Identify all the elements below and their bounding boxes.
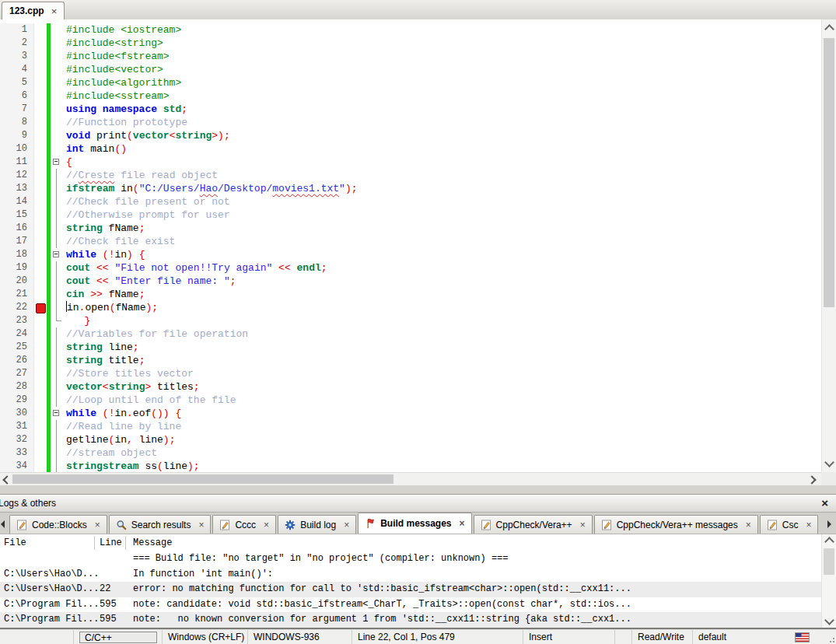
code-line: 5#include<algorithm> — [0, 76, 821, 89]
breakpoint-margin[interactable] — [34, 460, 47, 472]
breakpoint-margin[interactable] — [34, 169, 47, 182]
code-text: void print(vector<string>); — [63, 129, 230, 142]
breakpoint-margin[interactable] — [34, 341, 47, 354]
code-line: 20cout << "Enter file name: "; — [0, 275, 821, 288]
breakpoint-margin[interactable] — [34, 420, 47, 433]
close-icon[interactable]: × — [580, 520, 586, 530]
log-tab-cccc[interactable]: Cccc× — [212, 515, 276, 534]
breakpoint-margin[interactable] — [34, 116, 47, 129]
fold-margin — [51, 327, 63, 341]
line-number: 13 — [0, 182, 34, 195]
breakpoint-margin[interactable] — [34, 222, 47, 235]
scroll-down-icon[interactable] — [824, 615, 834, 625]
log-tab-build-messages[interactable]: Build messages× — [358, 513, 471, 534]
scroll-left-icon[interactable] — [2, 475, 11, 484]
log-tab-cppcheck-vera-[interactable]: CppCheck/Vera++× — [474, 515, 593, 534]
line-number: 25 — [0, 341, 34, 354]
breakpoint-margin[interactable] — [34, 394, 47, 407]
code-line: 27//Store titles vector — [0, 367, 821, 380]
column-header-line[interactable]: Line — [95, 536, 126, 550]
breakpoint-margin[interactable] — [34, 275, 47, 288]
breakpoint-margin[interactable] — [34, 89, 47, 103]
breakpoint-margin[interactable] — [34, 76, 47, 89]
breakpoint-margin[interactable] — [34, 129, 47, 142]
log-tab-label: Cccc — [235, 520, 256, 530]
close-icon[interactable]: × — [198, 520, 204, 530]
tabs-scroll-left-icon[interactable] — [0, 520, 5, 528]
close-icon[interactable]: × — [460, 518, 465, 529]
breakpoint-margin[interactable] — [34, 407, 47, 420]
build-message-row[interactable]: C:\Users\Hao\D...In function 'int main()… — [0, 567, 821, 583]
vertical-scroll-thumb[interactable] — [824, 548, 834, 575]
breakpoint-icon[interactable] — [36, 303, 46, 313]
breakpoint-margin[interactable] — [34, 37, 47, 50]
build-message-row[interactable]: C:\Users\Hao\D...22error: no matching fu… — [0, 582, 821, 597]
fold-collapse-icon[interactable] — [51, 156, 63, 169]
breakpoint-margin[interactable] — [34, 367, 47, 380]
build-messages-rows: === Build file: "no target" in "no proje… — [0, 551, 821, 628]
close-icon[interactable]: × — [821, 496, 828, 509]
breakpoint-margin[interactable] — [34, 327, 47, 341]
breakpoint-margin[interactable] — [34, 182, 47, 195]
horizontal-scroll-thumb[interactable] — [12, 474, 394, 484]
breakpoint-margin[interactable] — [34, 261, 47, 275]
breakpoint-margin[interactable] — [34, 446, 47, 460]
log-tab-search-results[interactable]: Search results× — [109, 515, 212, 534]
close-icon[interactable]: × — [806, 520, 811, 530]
close-icon[interactable]: × — [95, 520, 100, 530]
resize-grip[interactable] — [827, 635, 834, 642]
scroll-down-icon[interactable] — [824, 457, 834, 467]
breakpoint-margin[interactable] — [34, 208, 47, 222]
line-number: 27 — [0, 367, 34, 380]
breakpoint-margin[interactable] — [34, 195, 47, 208]
breakpoint-margin[interactable] — [34, 156, 47, 169]
log-tab-csc[interactable]: Csc× — [760, 515, 819, 534]
build-message-row[interactable]: === Build file: "no target" in "no proje… — [0, 551, 821, 567]
breakpoint-margin[interactable] — [34, 23, 47, 37]
fold-collapse-icon[interactable] — [51, 248, 63, 261]
log-tab-code-blocks[interactable]: Code::Blocks× — [9, 515, 107, 534]
editor-horizontal-scrollbar[interactable] — [0, 472, 821, 485]
log-tab-build-log[interactable]: Build log× — [278, 515, 356, 534]
close-icon[interactable]: × — [51, 6, 58, 16]
scroll-up-icon[interactable] — [824, 537, 834, 547]
breakpoint-margin[interactable] — [34, 142, 47, 156]
message-cell: === Build file: "no target" in "no proje… — [126, 551, 821, 567]
breakpoint-margin[interactable] — [34, 63, 47, 76]
breakpoint-margin[interactable] — [34, 288, 47, 301]
editor-tab-123cpp[interactable]: 123.cpp × — [2, 2, 65, 19]
breakpoint-margin[interactable] — [34, 301, 47, 314]
keyboard-language-flag-icon[interactable] — [795, 632, 810, 642]
log-tab-label: Search results — [131, 520, 191, 530]
breakpoint-margin[interactable] — [34, 235, 47, 248]
breakpoint-margin[interactable] — [34, 103, 47, 116]
column-header-message[interactable]: Message — [126, 537, 821, 548]
panel-splitter[interactable] — [0, 485, 836, 495]
log-tab-cppcheck-vera-messages[interactable]: CppCheck/Vera++ messages× — [594, 515, 758, 534]
code-text: while (!in.eof()) { — [63, 407, 181, 420]
fold-collapse-icon[interactable] — [51, 407, 63, 420]
close-icon[interactable]: × — [264, 520, 269, 530]
breakpoint-margin[interactable] — [34, 354, 47, 367]
editor-vertical-scrollbar[interactable] — [821, 19, 836, 472]
status-field-1[interactable]: C/C++ — [74, 630, 163, 644]
close-icon[interactable]: × — [344, 520, 349, 530]
scroll-right-icon[interactable] — [807, 475, 816, 484]
breakpoint-margin[interactable] — [34, 433, 47, 446]
build-message-row[interactable]: C:\Program Fil...595note: no known conve… — [0, 612, 821, 628]
scroll-up-icon[interactable] — [824, 24, 834, 34]
breakpoint-margin[interactable] — [34, 380, 47, 394]
breakpoint-margin[interactable] — [34, 248, 47, 261]
build-message-row[interactable]: C:\Program Fil...595note: candidate: voi… — [0, 597, 821, 613]
logs-vertical-scrollbar[interactable] — [821, 534, 836, 628]
column-header-file[interactable]: File — [0, 536, 95, 550]
code-line: 28vector<string> titles; — [0, 380, 821, 394]
breakpoint-margin[interactable] — [34, 314, 47, 327]
line-number: 12 — [0, 169, 34, 182]
highlight-language-selector[interactable]: C/C++ — [79, 632, 157, 643]
code-editor[interactable]: 1#include <iostream>2#include<string>3#i… — [0, 19, 821, 472]
breakpoint-margin[interactable] — [34, 50, 47, 63]
close-icon[interactable]: × — [746, 520, 751, 530]
tabs-scroll-right-icon[interactable] — [827, 520, 835, 528]
vertical-scroll-thumb[interactable] — [824, 38, 834, 307]
